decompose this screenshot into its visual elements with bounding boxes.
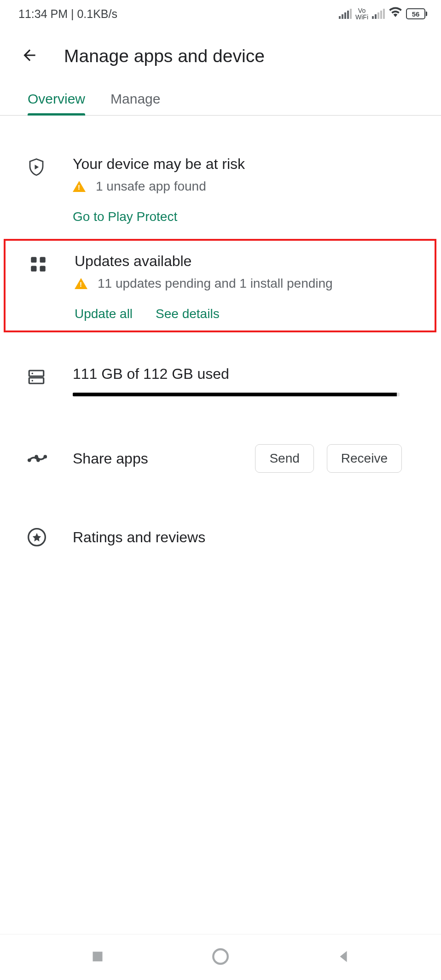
svg-point-14 (213, 949, 228, 964)
share-apps-card: Share apps Send Receive (0, 429, 441, 487)
storage-progress (73, 393, 400, 396)
svg-rect-3 (40, 266, 46, 272)
send-button[interactable]: Send (255, 444, 313, 473)
svg-rect-2 (31, 266, 36, 272)
warning-icon (73, 181, 86, 192)
update-all-button[interactable]: Update all (75, 307, 133, 321)
tab-manage[interactable]: Manage (110, 80, 160, 115)
svg-point-10 (35, 456, 37, 458)
shield-play-icon (27, 156, 73, 179)
updates-title: Updates available (75, 253, 414, 270)
ratings-label: Ratings and reviews (73, 529, 420, 546)
share-icon (27, 446, 73, 471)
svg-point-11 (44, 456, 46, 458)
wifi-icon (389, 6, 402, 22)
see-details-button[interactable]: See details (156, 307, 220, 321)
play-protect-subtitle: 1 unsafe app found (96, 179, 206, 194)
back-arrow-icon[interactable] (21, 46, 38, 66)
star-circle-icon (27, 525, 73, 549)
warning-icon (75, 278, 87, 289)
updates-card[interactable]: Updates available 11 updates pending and… (6, 241, 435, 331)
signal-icon-1 (339, 9, 352, 19)
signal-icon-2 (372, 9, 385, 19)
play-protect-title: Your device may be at risk (73, 156, 420, 173)
ratings-card[interactable]: Ratings and reviews (0, 510, 441, 564)
receive-button[interactable]: Receive (327, 444, 402, 473)
status-right: VoWiFi 56 (339, 6, 427, 22)
svg-rect-5 (29, 378, 44, 383)
apps-grid-icon (29, 253, 75, 276)
svg-rect-4 (29, 371, 44, 376)
storage-icon (27, 365, 73, 389)
svg-point-7 (32, 380, 34, 382)
status-time: 11:34 PM | 0.1KB/s (18, 7, 117, 21)
svg-point-6 (32, 372, 34, 374)
tab-overview[interactable]: Overview (28, 80, 85, 115)
go-to-play-protect-button[interactable]: Go to Play Protect (73, 209, 177, 224)
page-title: Manage apps and device (64, 46, 265, 66)
share-apps-label: Share apps (73, 450, 148, 467)
battery-icon: 56 (406, 8, 427, 19)
nav-recents-icon[interactable] (89, 948, 106, 967)
play-protect-card[interactable]: Your device may be at risk 1 unsafe app … (0, 141, 441, 239)
storage-card[interactable]: 111 GB of 112 GB used (0, 351, 441, 411)
svg-rect-0 (31, 257, 36, 262)
nav-back-icon[interactable] (335, 948, 352, 967)
updates-subtitle: 11 updates pending and 1 install pending (98, 276, 333, 291)
vowifi-icon: VoWiFi (355, 7, 368, 20)
svg-rect-13 (93, 951, 103, 961)
svg-rect-1 (40, 257, 46, 262)
svg-point-9 (37, 459, 39, 461)
updates-highlight: Updates available 11 updates pending and… (4, 239, 436, 332)
svg-point-8 (29, 459, 30, 461)
nav-home-icon[interactable] (211, 947, 230, 968)
storage-text: 111 GB of 112 GB used (73, 365, 400, 383)
